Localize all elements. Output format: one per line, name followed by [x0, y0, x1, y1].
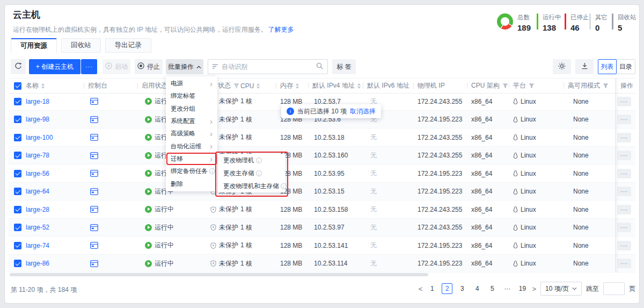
running-icon [145, 260, 152, 267]
page-number[interactable]: 19 [517, 283, 528, 294]
console-button[interactable] [90, 183, 98, 201]
row-checkbox[interactable] [14, 116, 21, 123]
submenu-arrow-icon: › [210, 131, 213, 137]
deselect-link[interactable]: 取消选择 [350, 107, 376, 116]
tab-available-resources[interactable]: 可用资源 [11, 38, 57, 53]
ipv6-cell: 无 [370, 183, 377, 201]
vm-name-link[interactable]: large-64 [26, 188, 49, 195]
enabled-status-cell: 运行中 [145, 219, 174, 237]
row-checkbox[interactable] [14, 170, 21, 177]
row-checkbox[interactable] [14, 134, 21, 141]
header-cpu-arch[interactable]: CPU 架构 [471, 78, 508, 93]
header-enabled-status: 启用状态 [142, 78, 167, 93]
page-number[interactable]: 3 [457, 283, 467, 294]
row-checkbox[interactable] [14, 260, 21, 267]
console-button[interactable] [90, 164, 98, 183]
batch-menu-item[interactable]: 自动化运维› [166, 140, 217, 153]
vm-name-link[interactable]: large-28 [26, 206, 49, 213]
console-button[interactable] [90, 128, 98, 147]
console-button[interactable] [90, 237, 98, 255]
prev-page-button[interactable]: < [419, 285, 423, 293]
row-checkbox[interactable] [14, 206, 21, 213]
settings-button[interactable] [553, 59, 571, 74]
vm-name-link[interactable]: large-56 [26, 170, 49, 177]
batch-menu-item[interactable]: 系统配置› [166, 115, 217, 127]
batch-menu-item[interactable]: 高级策略› [166, 127, 217, 140]
header-memory[interactable]: 内存 [280, 78, 299, 93]
memory-cell: 128 MB [280, 200, 302, 219]
batch-menu-item[interactable]: 更改分组 [166, 103, 217, 115]
migrate-submenu-item[interactable]: 更改物理机i [218, 154, 286, 167]
vm-name-link[interactable]: large-78 [26, 152, 49, 159]
vm-name-link[interactable]: large-74 [26, 242, 49, 249]
row-checkbox[interactable] [14, 242, 21, 249]
header-cpu[interactable]: CPU [240, 78, 260, 93]
create-vm-button[interactable]: + 创建云主机 [29, 59, 80, 74]
page-title: 云主机 [13, 9, 40, 21]
running-icon [145, 134, 152, 141]
learn-more-link[interactable]: 了解更多 [268, 26, 294, 33]
console-button[interactable] [90, 92, 98, 111]
refresh-button[interactable] [11, 59, 26, 74]
horizontal-scrollbar[interactable] [10, 273, 428, 276]
tab-export-records[interactable]: 导出记录 [105, 38, 151, 53]
vm-name-link[interactable]: large-98 [26, 116, 49, 123]
create-more-button[interactable]: ··· [81, 59, 97, 74]
tag-button[interactable]: 标 签 [332, 59, 356, 74]
vm-name-link[interactable]: large-18 [26, 98, 49, 105]
page-size-select[interactable]: 10 项/页 [540, 282, 582, 296]
migrate-submenu: 更改物理机i更改主存储i更改物理机和主存储i [218, 154, 286, 192]
filter-icon [603, 83, 609, 89]
header-name[interactable]: 名称 [26, 78, 45, 93]
migrate-submenu-item[interactable]: 更改主存储i [218, 167, 286, 180]
linux-icon [513, 189, 518, 195]
page-number[interactable]: 5 [487, 283, 497, 294]
page-number[interactable]: ··· [502, 283, 513, 294]
header-platform[interactable]: 平台 [513, 78, 535, 93]
export-button[interactable] [575, 59, 594, 74]
next-page-button[interactable]: > [532, 285, 536, 293]
stop-circle-icon [137, 62, 144, 71]
header-ipv4[interactable]: 默认 IPv4 地址 [312, 78, 361, 93]
search-input[interactable]: 自动识别 [208, 59, 328, 74]
select-all-checkbox[interactable] [14, 82, 21, 90]
batch-menu-item[interactable]: 迁移› [166, 153, 217, 165]
row-checkbox[interactable] [14, 224, 21, 231]
console-icon [90, 188, 98, 195]
batch-operations-button[interactable]: 批量操作 [166, 59, 203, 74]
console-button[interactable] [90, 200, 98, 219]
ipv4-cell: 10.2.53.18 [314, 128, 345, 147]
host-ip-cell: 172.24.195.223 [418, 111, 462, 129]
vm-name-link[interactable]: large-100 [26, 134, 53, 141]
stop-button[interactable]: 停止 [135, 59, 163, 74]
row-checkbox[interactable] [14, 152, 21, 159]
migrate-submenu-item[interactable]: 更改物理机和主存储i [218, 180, 286, 192]
console-button[interactable] [90, 255, 98, 273]
console-button[interactable] [90, 219, 98, 237]
batch-menu-item[interactable]: 绑定标签 [166, 90, 217, 102]
header-ha-mode[interactable]: 高可用模式 [568, 78, 609, 93]
row-checkbox[interactable] [14, 98, 21, 105]
console-icon [90, 98, 98, 105]
jump-to-page-input[interactable] [603, 282, 625, 295]
page-number[interactable]: 4 [472, 283, 482, 294]
platform-cell: Linux [513, 92, 536, 111]
start-button[interactable]: 启动 [103, 59, 130, 74]
platform-cell: Linux [513, 183, 536, 201]
vm-name-link[interactable]: large-52 [26, 224, 49, 231]
vm-name-link[interactable]: large-86 [26, 260, 49, 267]
console-button[interactable] [90, 111, 98, 129]
ipv6-cell: 无 [370, 255, 377, 273]
header-ipv6: 默认 IPv6 地址 [367, 78, 409, 93]
tab-recycle-bin[interactable]: 回收站 [61, 38, 101, 53]
batch-menu-item[interactable]: 电源› [166, 77, 217, 90]
console-button[interactable] [90, 147, 98, 165]
page-number[interactable]: 2 [442, 283, 452, 294]
page-number[interactable]: 1 [427, 283, 437, 294]
view-list-toggle[interactable]: 列表 [598, 59, 617, 74]
batch-menu-item[interactable]: 绑定备份任务i [166, 165, 217, 177]
batch-menu-item[interactable]: 删除 [166, 178, 217, 190]
view-catalog-toggle[interactable]: 目录 [616, 59, 635, 74]
row-checkbox[interactable] [14, 188, 21, 195]
search-placeholder: 自动识别 [222, 62, 313, 71]
